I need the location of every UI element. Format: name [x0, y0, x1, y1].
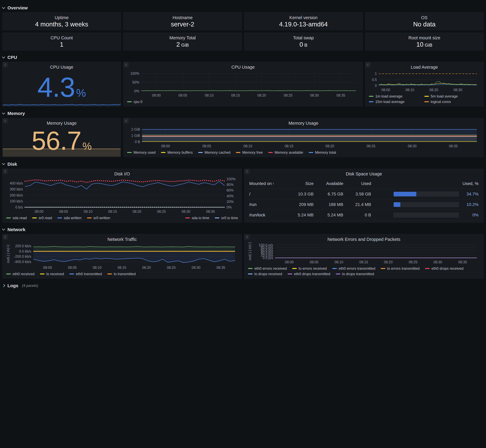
panel-title[interactable]: Uptime: [5, 15, 118, 21]
legend-item[interactable]: sr0 io time: [215, 216, 238, 220]
legend-item[interactable]: 5m load average: [424, 94, 474, 98]
table-header-row: Mounted on↑ Size Available Used Used, %: [247, 178, 481, 189]
legend-item[interactable]: Memory free: [236, 150, 263, 155]
legend-item[interactable]: lo errors transmitted: [381, 266, 420, 271]
panel-title[interactable]: OS: [368, 15, 481, 21]
mount-cell[interactable]: /: [247, 189, 288, 199]
info-icon[interactable]: i: [244, 169, 249, 174]
legend-item[interactable]: Memory buffers: [161, 150, 192, 155]
legend-item[interactable]: eth0 errors transmitted: [332, 266, 375, 271]
panel-title[interactable]: CPU Count: [5, 35, 118, 41]
load-average-chart[interactable]: 08:0008:1008:2008:3000.51: [368, 70, 481, 93]
network-traffic-chart[interactable]: 08:0008:0508:1008:1508:2008:2508:3008:35…: [5, 242, 239, 271]
info-icon[interactable]: i: [3, 118, 8, 123]
col-size[interactable]: Size: [288, 178, 316, 189]
legend-item[interactable]: eth0 drops transmitted: [288, 272, 330, 276]
stat-value: 1: [5, 41, 118, 48]
legend-item[interactable]: lo transmitted: [107, 272, 136, 276]
svg-text:08:30: 08:30: [433, 260, 442, 264]
legend-item[interactable]: Memory cached: [198, 150, 231, 155]
legend-item[interactable]: sda io time: [185, 216, 209, 220]
legend-label: lo drops transmitted: [342, 272, 374, 276]
legend-label: eth0 errors received: [254, 266, 287, 271]
legend: Memory usedMemory buffersMemory cachedMe…: [126, 149, 481, 155]
section-header-network[interactable]: Network: [2, 225, 484, 234]
memory-row: i Memory Usage 56.7% i Memory Usage 08:0…: [2, 118, 484, 157]
info-icon[interactable]: i: [123, 62, 129, 67]
legend-item[interactable]: lo drops received: [248, 272, 282, 276]
legend-series-color: [161, 152, 166, 153]
svg-text:08:00: 08:00: [285, 260, 294, 264]
legend-item[interactable]: eth0 transmitted: [69, 272, 102, 276]
legend-item[interactable]: sr0 read: [32, 216, 52, 220]
section-header-overview[interactable]: Overview: [2, 3, 484, 12]
legend-item[interactable]: sr0 written: [87, 216, 110, 220]
panel-title[interactable]: Kernel version: [247, 15, 360, 21]
legend-item[interactable]: Memory used: [127, 150, 156, 155]
legend-item[interactable]: eth0 errors received: [248, 266, 287, 271]
legend-item[interactable]: 15m load average: [369, 100, 419, 104]
svg-text:08:05: 08:05: [202, 144, 211, 148]
legend-item[interactable]: logical cores: [424, 100, 474, 104]
sort-asc-icon: ↑: [272, 181, 274, 186]
network-errors-chart[interactable]: 08:0008:0508:1008:1508:2008:2508:3008:35…: [247, 242, 481, 265]
legend-item[interactable]: Memory available: [268, 150, 303, 155]
panel-title[interactable]: Total swap: [247, 35, 360, 41]
legend-item[interactable]: cpu 0: [127, 100, 143, 104]
section-header-cpu[interactable]: CPU: [2, 53, 484, 62]
panel-title[interactable]: CPU Usage: [126, 64, 360, 70]
used-pct-cell: 34.7%: [373, 189, 481, 199]
memory-usage-chart[interactable]: 08:0008:0508:1008:1508:2008:2508:3008:35…: [126, 126, 481, 149]
legend-label: Memory cached: [205, 150, 231, 155]
table-row: /10.3 GB6.75 GB3.58 GB34.7%: [247, 189, 481, 199]
legend-item[interactable]: sda written: [57, 216, 81, 220]
info-icon[interactable]: i: [365, 62, 370, 67]
legend-series-color: [215, 217, 219, 218]
panel-title[interactable]: CPU Usage: [5, 64, 118, 70]
legend-item[interactable]: sda read: [6, 216, 27, 220]
svg-text:0: 0: [375, 84, 377, 88]
col-used[interactable]: Used: [345, 178, 373, 189]
svg-text:50%: 50%: [132, 80, 139, 84]
legend-item[interactable]: lo received: [40, 272, 64, 276]
legend-label: sr0 written: [93, 216, 110, 220]
col-available[interactable]: Available: [316, 178, 345, 189]
panel-title[interactable]: Load Average: [368, 64, 481, 70]
legend-label: 5m load average: [431, 94, 458, 98]
panel-title[interactable]: Memory Usage: [126, 120, 481, 126]
panel-title[interactable]: Network Traffic: [5, 236, 239, 242]
mount-cell[interactable]: /run: [247, 199, 288, 210]
section-header-logs[interactable]: Logs (4 panels): [2, 281, 484, 290]
legend-item[interactable]: lo errors received: [292, 266, 327, 271]
col-used-pct[interactable]: Used, %: [373, 178, 481, 189]
panel-title[interactable]: Memory Usage: [5, 120, 118, 126]
cpu-usage-chart[interactable]: 08:0008:0508:1008:1508:2008:2508:3008:35…: [126, 70, 360, 98]
disk-io-chart[interactable]: 08:0008:0508:1008:1508:2008:2508:3008:35…: [5, 177, 239, 215]
chevron-down-icon: [2, 6, 5, 9]
legend-item[interactable]: 1m load average: [369, 94, 419, 98]
stat-panel-uptime: Uptime 4 months, 3 weeks: [2, 12, 121, 30]
section-header-memory[interactable]: Memory: [2, 109, 484, 118]
legend-item[interactable]: eth0 drops received: [425, 266, 463, 271]
info-icon[interactable]: i: [244, 234, 249, 240]
panel-title[interactable]: Network Errors and Dropped Packets: [247, 236, 481, 242]
info-icon[interactable]: i: [3, 169, 8, 174]
legend-item[interactable]: eth0 received: [6, 272, 34, 276]
info-icon[interactable]: i: [3, 234, 8, 240]
mount-cell[interactable]: /run/lock: [247, 210, 288, 220]
section-title: CPU: [8, 55, 17, 60]
legend-label: 1m load average: [375, 94, 402, 98]
panel-title[interactable]: Hostname: [126, 15, 239, 21]
legend-item[interactable]: Memory total: [309, 150, 336, 155]
panel-title[interactable]: Disk I/O: [5, 171, 239, 177]
panel-title[interactable]: Memory Total: [126, 35, 239, 41]
col-mounted-on[interactable]: Mounted on↑: [247, 178, 288, 189]
panel-title[interactable]: Root mount size: [368, 35, 481, 41]
legend-series-color: [127, 152, 132, 153]
info-icon[interactable]: i: [3, 62, 8, 67]
panel-title[interactable]: Disk Space Usage: [247, 171, 481, 177]
legend: sda readsr0 readsda writtensr0 written s…: [5, 215, 239, 220]
section-header-disk[interactable]: Disk: [2, 160, 484, 169]
legend-item[interactable]: lo drops transmitted: [336, 272, 374, 276]
info-icon[interactable]: i: [123, 118, 129, 123]
